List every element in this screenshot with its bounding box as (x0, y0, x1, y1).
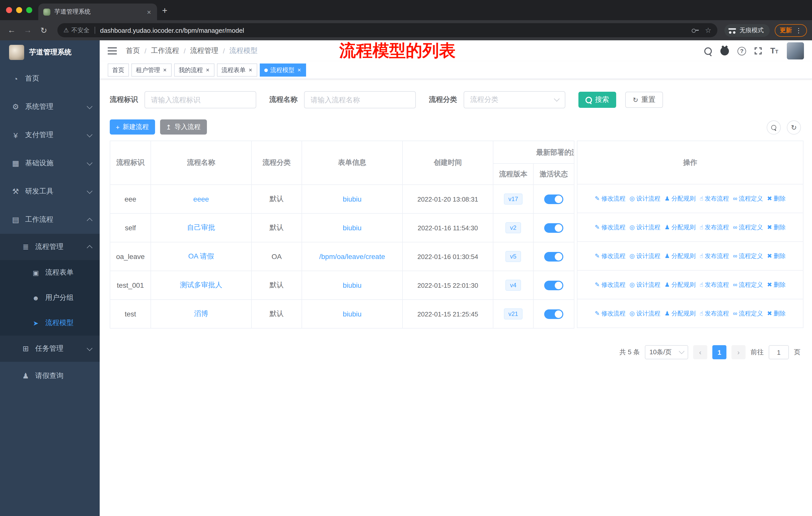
active-toggle[interactable] (544, 252, 563, 261)
tag-tenant[interactable]: 租户管理 × (132, 63, 172, 77)
next-page-button[interactable]: › (731, 345, 746, 359)
sidebar-item-process-form[interactable]: ▣ 流程表单 (0, 260, 100, 285)
sidebar-item-process-model[interactable]: ➤ 流程模型 (0, 310, 100, 335)
sidebar-item-user-group[interactable]: ☻ 用户分组 (0, 285, 100, 310)
password-key-icon[interactable] (692, 28, 698, 32)
process-name-link[interactable]: 滔博 (194, 309, 208, 318)
close-icon[interactable]: × (163, 67, 167, 73)
flow-definition-link[interactable]: ∞流程定义 (733, 194, 763, 203)
version-badge[interactable]: v4 (505, 280, 521, 291)
sidebar-item-leave-query[interactable]: ♟ 请假查询 (0, 362, 100, 390)
security-label[interactable]: 不安全 (71, 26, 90, 34)
edit-flow-link[interactable]: ✎修改流程 (595, 309, 626, 318)
flow-definition-link[interactable]: ∞流程定义 (733, 280, 763, 289)
active-toggle[interactable] (544, 280, 563, 290)
create-process-button[interactable]: + 新建流程 (110, 119, 155, 135)
help-icon[interactable]: ? (737, 47, 746, 55)
process-id-input[interactable] (144, 91, 256, 108)
assign-rule-link[interactable]: ♟分配规则 (665, 252, 696, 260)
publish-flow-link[interactable]: ☝发布流程 (699, 223, 729, 232)
breadcrumb-home[interactable]: 首页 (126, 46, 140, 55)
breadcrumb-workflow[interactable]: 工作流程 (151, 46, 179, 55)
assign-rule-link[interactable]: ♟分配规则 (665, 194, 696, 203)
sidebar-item-process-management[interactable]: ≣ 流程管理 (0, 234, 100, 260)
design-flow-link[interactable]: ◎设计流程 (630, 223, 661, 232)
version-badge[interactable]: v21 (504, 308, 523, 320)
assign-rule-link[interactable]: ♟分配规则 (665, 309, 696, 318)
flow-definition-link[interactable]: ∞流程定义 (733, 223, 763, 232)
delete-link[interactable]: ✖删除 (767, 252, 786, 260)
goto-page-input[interactable] (769, 345, 789, 359)
url-text[interactable]: dashboard.yudao.iocoder.cn/bpm/manager/m… (100, 26, 692, 34)
form-link[interactable]: biubiu (343, 195, 362, 203)
tag-home[interactable]: 首页 (108, 63, 129, 77)
new-tab-button[interactable]: + (162, 5, 167, 16)
menu-dots-icon[interactable]: ⋮ (795, 26, 802, 34)
toggle-search-button[interactable] (767, 120, 781, 135)
design-flow-link[interactable]: ◎设计流程 (630, 280, 661, 289)
sidebar-item-system[interactable]: ⚙ 系统管理 (0, 93, 100, 121)
sidebar-item-workflow[interactable]: ▤ 工作流程 (0, 206, 100, 234)
browser-update-button[interactable]: 更新 ⋮ (775, 24, 807, 36)
form-link[interactable]: biubiu (343, 310, 362, 318)
process-name-link[interactable]: 测试多审批人 (180, 281, 222, 289)
process-name-link[interactable]: OA 请假 (188, 252, 214, 260)
fullscreen-icon[interactable] (755, 47, 762, 54)
assign-rule-link[interactable]: ♟分配规则 (665, 280, 696, 289)
process-category-select[interactable]: 流程分类 (464, 91, 565, 108)
publish-flow-link[interactable]: ☝发布流程 (699, 280, 729, 289)
current-page-button[interactable]: 1 (712, 345, 726, 359)
import-process-button[interactable]: ↥ 导入流程 (160, 119, 207, 135)
sidebar-item-payment[interactable]: ¥ 支付管理 (0, 121, 100, 149)
tag-process-form[interactable]: 流程表单 × (217, 63, 257, 77)
delete-link[interactable]: ✖删除 (767, 223, 786, 232)
edit-flow-link[interactable]: ✎修改流程 (595, 280, 626, 289)
close-icon[interactable]: × (248, 67, 253, 73)
browser-tab[interactable]: 芋道管理系统 × (38, 3, 157, 20)
publish-flow-link[interactable]: ☝发布流程 (699, 252, 729, 260)
prev-page-button[interactable]: ‹ (693, 345, 707, 359)
close-window-button[interactable] (6, 7, 12, 13)
process-name-link[interactable]: 自己审批 (187, 223, 215, 231)
version-badge[interactable]: v2 (505, 222, 521, 233)
process-name-link[interactable]: eeee (193, 195, 209, 203)
active-toggle[interactable] (544, 309, 563, 319)
design-flow-link[interactable]: ◎设计流程 (630, 252, 661, 260)
delete-link[interactable]: ✖删除 (767, 309, 786, 318)
bookmark-star-icon[interactable]: ☆ (705, 26, 711, 34)
active-toggle[interactable] (544, 194, 563, 204)
tab-close-icon[interactable]: × (146, 8, 152, 16)
version-badge[interactable]: v5 (505, 251, 521, 262)
design-flow-link[interactable]: ◎设计流程 (630, 309, 661, 318)
flow-definition-link[interactable]: ∞流程定义 (733, 252, 763, 260)
search-icon[interactable] (704, 47, 712, 55)
edit-flow-link[interactable]: ✎修改流程 (595, 223, 626, 232)
hamburger-icon[interactable] (108, 47, 117, 54)
delete-link[interactable]: ✖删除 (767, 280, 786, 289)
address-bar[interactable]: ⚠ 不安全 dashboard.yudao.iocoder.cn/bpm/man… (57, 23, 717, 37)
edit-flow-link[interactable]: ✎修改流程 (595, 252, 626, 260)
form-link[interactable]: biubiu (343, 281, 362, 289)
breadcrumb-process-management[interactable]: 流程管理 (190, 46, 219, 55)
flow-definition-link[interactable]: ∞流程定义 (733, 309, 763, 318)
sidebar-item-infrastructure[interactable]: ▦ 基础设施 (0, 149, 100, 178)
tag-process-model[interactable]: 流程模型 × (260, 63, 306, 77)
github-icon[interactable] (720, 47, 729, 55)
reload-icon[interactable]: ↻ (37, 25, 50, 35)
refresh-table-button[interactable]: ↻ (787, 120, 801, 135)
sidebar-item-home[interactable]: ◔ 首页 (0, 64, 100, 93)
tag-my-process[interactable]: 我的流程 × (174, 63, 214, 77)
design-flow-link[interactable]: ◎设计流程 (630, 194, 661, 203)
back-icon[interactable]: ← (5, 26, 18, 35)
forward-icon[interactable]: → (21, 26, 34, 35)
reset-button[interactable]: ↻ 重置 (625, 92, 663, 108)
user-avatar[interactable] (787, 42, 804, 59)
sidebar-logo[interactable]: 芋道管理系统 (0, 40, 100, 64)
font-size-icon[interactable]: TT (770, 47, 778, 55)
version-badge[interactable]: v17 (504, 193, 523, 205)
publish-flow-link[interactable]: ☝发布流程 (699, 309, 729, 318)
publish-flow-link[interactable]: ☝发布流程 (699, 194, 729, 203)
close-icon[interactable]: × (297, 67, 301, 73)
delete-link[interactable]: ✖删除 (767, 194, 786, 203)
process-name-input[interactable] (304, 91, 416, 108)
